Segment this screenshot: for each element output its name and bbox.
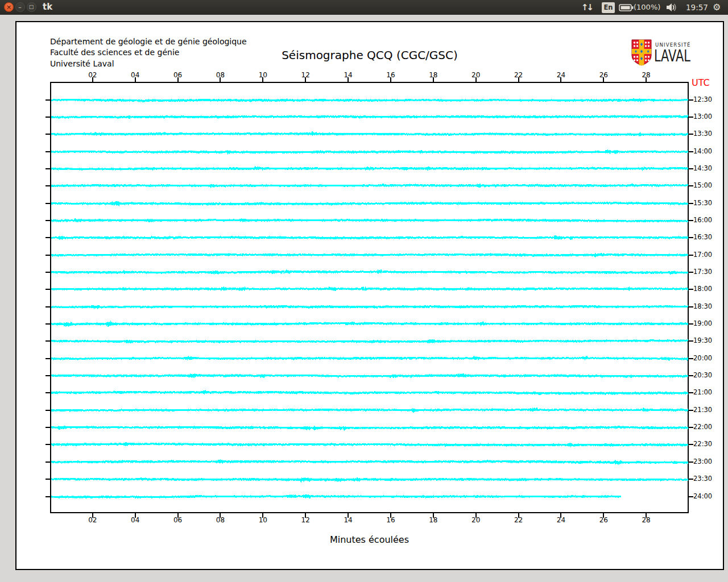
x-tick-label-bottom: 22 [510,516,527,524]
x-tick-label-bottom: 18 [425,516,442,524]
y-tick-left [46,272,50,273]
y-tick-left [46,462,50,463]
trace-time-label: 16:30 [693,233,712,241]
x-tick-label-bottom: 02 [84,516,101,524]
trace-time-label: 15:30 [693,199,712,207]
trace-time-label: 18:00 [693,285,712,293]
x-tick-label-top: 10 [254,71,271,79]
trace-time-label: 13:00 [693,113,712,120]
y-tick-right [689,444,693,445]
y-tick-left [46,151,50,152]
y-tick-right [689,410,693,411]
y-tick-right [689,358,693,359]
y-tick-left [46,117,50,118]
y-tick-left [46,323,50,325]
x-tick-label-bottom: 20 [468,516,485,524]
x-tick-label-top: 22 [510,71,527,79]
y-tick-left [46,358,50,359]
seismogram-traces [50,82,689,513]
y-tick-left [46,185,50,186]
y-tick-right [689,220,693,221]
y-tick-left [46,99,50,101]
y-tick-left [46,306,50,307]
y-tick-right [689,496,693,497]
x-tick-label-bottom: 24 [552,516,569,524]
x-tick-label-top: 28 [638,71,655,79]
x-tick-label-top: 26 [595,71,612,79]
trace-time-label: 16:00 [693,216,712,224]
laval-shield-icon [631,39,653,66]
y-tick-left [46,479,50,480]
x-tick-label-top: 20 [468,71,485,79]
laval-logo: UNIVERSITÉ LAVAL [631,39,653,69]
y-tick-left [46,203,50,204]
y-tick-right [689,134,693,135]
y-tick-left [46,410,50,411]
trace-time-label: 21:30 [693,406,712,414]
trace-time-label: 23:30 [693,475,712,483]
clock[interactable]: 19:57 [686,0,708,15]
trace-time-label: 13:30 [693,130,712,138]
session-gear-icon[interactable]: ⚙ [713,0,721,15]
x-tick-label-bottom: 14 [340,516,357,524]
battery-percent: (100%) [634,0,660,15]
y-tick-left [46,427,50,428]
trace-time-label: 18:30 [693,302,712,310]
y-tick-right [689,237,693,238]
y-tick-right [689,340,693,342]
x-tick-label-top: 12 [297,71,314,79]
x-tick-label-bottom: 10 [254,516,271,524]
y-tick-right [689,117,693,118]
system-tray: ↑↓ En (100%) 19:57 ⚙ [0,0,728,15]
y-tick-left [46,255,50,256]
volume-icon[interactable] [666,3,677,12]
y-tick-right [689,151,693,152]
y-tick-right [689,392,693,393]
keyboard-indicator[interactable]: En [602,2,615,13]
x-tick-label-bottom: 08 [212,516,229,524]
y-tick-right [689,185,693,186]
battery-icon[interactable] [619,4,634,11]
x-tick-label-bottom: 06 [169,516,187,524]
trace-time-label: 17:00 [693,251,712,259]
x-tick-label-bottom: 28 [638,516,655,524]
trace-time-label: 24:00 [693,492,712,500]
trace-time-label: 21:00 [693,388,712,396]
y-tick-right [689,289,693,290]
y-tick-right [689,462,693,463]
x-tick-label-top: 18 [425,71,442,79]
y-tick-right [689,168,693,169]
trace-time-label: 23:00 [693,458,712,465]
x-tick-label-top: 04 [127,71,144,79]
trace-time-label: 22:00 [693,423,712,431]
logo-laval-text: LAVAL [654,46,690,65]
y-tick-right [689,99,693,101]
x-tick-label-top: 24 [552,71,569,79]
x-tick-label-bottom: 04 [127,516,144,524]
y-tick-left [46,168,50,169]
utc-label: UTC [692,77,710,88]
trace-time-label: 15:00 [693,181,712,189]
x-tick-label-bottom: 26 [595,516,612,524]
trace-time-label: 19:00 [693,319,712,327]
x-axis-label: Minutes écoulées [50,534,689,545]
trace-time-label: 12:30 [693,95,712,103]
x-tick-label-top: 02 [84,71,101,79]
titlebar: × – □ tk ↑↓ En (100%) 19:57 ⚙ [0,0,728,15]
y-tick-left [46,237,50,238]
page-title: Séismographe QCQ (CGC/GSC) [15,48,724,62]
x-tick-label-top: 16 [382,71,399,79]
y-tick-right [689,323,693,325]
trace-time-label: 19:30 [693,336,712,344]
y-tick-left [46,392,50,393]
y-tick-left [46,496,50,497]
y-tick-left [46,134,50,135]
y-tick-right [689,255,693,256]
y-tick-left [46,289,50,290]
network-arrows-icon[interactable]: ↑↓ [581,0,592,15]
y-tick-left [46,375,50,376]
trace-time-label: 20:30 [693,371,712,379]
x-tick-label-bottom: 12 [297,516,314,524]
x-tick-label-top: 06 [169,71,187,79]
y-tick-left [46,220,50,221]
